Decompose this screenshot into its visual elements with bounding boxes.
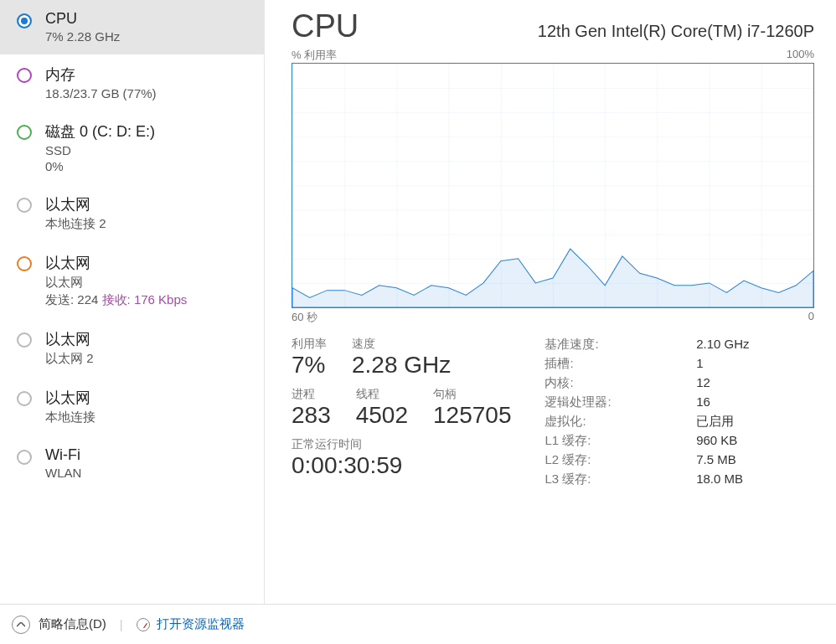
spec-key: 逻辑处理器: (544, 394, 676, 410)
cpu-ring-icon (17, 13, 32, 28)
spec-key: L3 缓存: (544, 471, 676, 487)
uptime-label: 正常运行时间 (292, 437, 511, 452)
sidebar-item-sub: 以太网 (45, 275, 187, 291)
sidebar-item-title: CPU (45, 10, 120, 28)
spec-key: 虚拟化: (544, 414, 676, 430)
chart-xleft: 60 秒 (292, 310, 317, 325)
sidebar-item-sub2: 0% (45, 159, 155, 173)
sidebar-item-sub: 7% 2.28 GHz (45, 29, 120, 44)
spec-val: 1 (696, 356, 814, 372)
sidebar-item-title: 以太网 (45, 388, 95, 408)
big-stats: 利用率 7% 速度 2.28 GHz 进程 283 线程 450 (292, 337, 511, 487)
sidebar-item-ethernet-2[interactable]: 以太网 以太网 2 (0, 319, 264, 378)
sidebar-item-title: 以太网 (45, 253, 187, 273)
spec-table: 基准速度:2.10 GHz 插槽:1 内核:12 逻辑处理器:16 虚拟化:已启… (544, 337, 814, 487)
spec-key: 基准速度: (544, 337, 676, 353)
page-title: CPU (292, 8, 359, 44)
sidebar-item-disk0[interactable]: 磁盘 0 (C: D: E:) SSD 0% (0, 111, 264, 184)
spec-key: L1 缓存: (544, 433, 676, 449)
util-label: 利用率 (292, 337, 327, 352)
spec-val: 18.0 MB (696, 471, 814, 487)
cpu-model-text: 12th Gen Intel(R) Core(TM) i7-1260P (538, 22, 814, 41)
util-value: 7% (292, 352, 327, 379)
chart-ylabel: % 利用率 (292, 48, 337, 63)
sidebar-item-title: 以太网 (45, 329, 94, 349)
disk-ring-icon (17, 125, 32, 140)
sidebar-item-cpu[interactable]: CPU 7% 2.28 GHz (0, 0, 264, 54)
chevron-up-icon[interactable] (12, 616, 30, 634)
processes-label: 进程 (292, 387, 331, 402)
chart-xright: 0 (808, 310, 814, 325)
sidebar-item-memory[interactable]: 内存 18.3/23.7 GB (77%) (0, 54, 264, 111)
sidebar[interactable]: CPU 7% 2.28 GHz 内存 18.3/23.7 GB (77%) 磁盘… (0, 0, 265, 604)
spec-val: 7.5 MB (696, 452, 814, 468)
memory-ring-icon (17, 68, 32, 83)
spec-val: 16 (696, 394, 814, 410)
chart-svg (292, 64, 813, 307)
main-panel: CPU 12th Gen Intel(R) Core(TM) i7-1260P … (265, 0, 836, 604)
spec-key: 插槽: (544, 356, 676, 372)
ethernet-ring-icon (17, 256, 32, 271)
sidebar-item-sub: SSD (45, 143, 155, 157)
sidebar-item-sub: 18.3/23.7 GB (77%) (45, 86, 157, 100)
spec-val: 12 (696, 375, 814, 391)
sidebar-item-title: 以太网 (45, 194, 106, 214)
sidebar-item-title: 内存 (45, 64, 157, 85)
sidebar-item-traffic: 发送: 224 接收: 176 Kbps (45, 292, 187, 308)
sidebar-item-title: Wi-Fi (45, 446, 81, 464)
threads-label: 线程 (356, 387, 408, 402)
sidebar-item-sub: 本地连接 (45, 410, 95, 425)
spec-val: 已启用 (696, 414, 814, 430)
threads-value: 4502 (356, 402, 408, 429)
handles-label: 句柄 (433, 387, 511, 402)
cpu-utilization-chart[interactable] (292, 63, 814, 308)
handles-value: 125705 (433, 402, 511, 429)
sidebar-item-ethernet-main[interactable]: 以太网 以太网 发送: 224 接收: 176 Kbps (0, 243, 264, 319)
speed-label: 速度 (352, 337, 451, 352)
sidebar-item-ethernet-local[interactable]: 以太网 本地连接 (0, 378, 264, 436)
divider: | (120, 617, 123, 631)
brief-info-button[interactable]: 简略信息(D) (39, 616, 106, 632)
spec-key: 内核: (544, 375, 676, 391)
gauge-icon (137, 618, 150, 631)
sidebar-item-wifi[interactable]: Wi-Fi WLAN (0, 436, 264, 491)
wifi-ring-icon (17, 450, 32, 465)
sidebar-item-ethernet-local2[interactable]: 以太网 本地连接 2 (0, 184, 264, 243)
sidebar-item-sub: 本地连接 2 (45, 216, 106, 232)
open-resource-monitor-link[interactable]: 打开资源监视器 (137, 616, 245, 632)
speed-value: 2.28 GHz (352, 352, 451, 379)
spec-val: 960 KB (696, 433, 814, 449)
chart-ymax: 100% (787, 48, 814, 63)
sidebar-item-title: 磁盘 0 (C: D: E:) (45, 121, 155, 142)
footer: 简略信息(D) | 打开资源监视器 (0, 604, 836, 644)
processes-value: 283 (292, 402, 331, 429)
ethernet-ring-icon (17, 198, 32, 213)
ethernet-ring-icon (17, 332, 32, 348)
uptime-value: 0:00:30:59 (292, 452, 511, 479)
sidebar-item-sub: 以太网 2 (45, 351, 94, 367)
spec-key: L2 缓存: (544, 452, 676, 468)
sidebar-item-sub: WLAN (45, 466, 81, 480)
spec-val: 2.10 GHz (696, 337, 814, 353)
ethernet-ring-icon (17, 391, 32, 406)
